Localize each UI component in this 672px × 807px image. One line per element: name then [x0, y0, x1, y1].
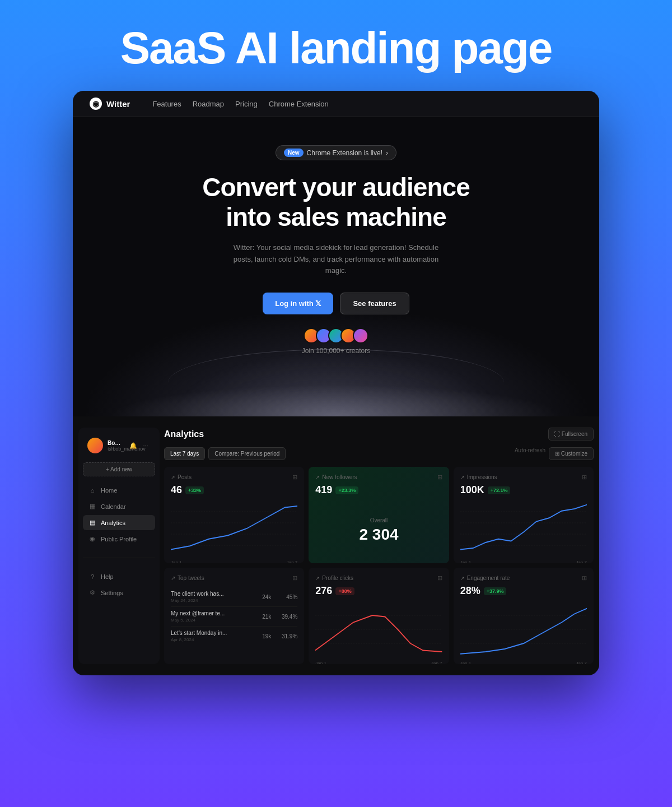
posts-x-label-end: Jan 7 [287, 560, 298, 563]
features-button[interactable]: See features [340, 293, 409, 314]
analytics-icon: ▤ [88, 519, 96, 526]
dashboard-section: Bobur Mavlonov @bob_mavlonov 🔔 ··· + Add… [73, 416, 599, 675]
auto-refresh-label: Auto-refresh [515, 447, 545, 460]
main-card: Witter Features Roadmap Pricing Chrome E… [73, 91, 599, 675]
analytics-bottom-grid: ↗ Top tweets ⊞ The client work has... Ma… [164, 568, 594, 664]
hero-subtitle: Witter: Your social media sidekick for l… [224, 242, 448, 277]
sidebar-item-calendar[interactable]: ▦ Calendar [83, 499, 155, 514]
posts-value: 46 +33% [171, 484, 297, 496]
fullscreen-button[interactable]: ⛶ Fullscreen [548, 428, 594, 440]
engagement-rate-icon: ↗ [460, 576, 465, 581]
sidebar: Bobur Mavlonov @bob_mavlonov 🔔 ··· + Add… [78, 428, 160, 664]
profile-actions: 🔔 ··· [128, 440, 151, 451]
impressions-card: ↗ Impressions ⊞ 100K +72.1% [454, 467, 594, 563]
profile-clicks-x-start: Jan 1 [315, 661, 326, 664]
help-icon: ? [88, 573, 96, 580]
top-tweets-label: ↗ Top tweets [171, 575, 204, 581]
engagement-rate-chart: Jan 1 Jan 7 [460, 601, 587, 657]
customize-button[interactable]: ⊞ Customize [549, 447, 594, 460]
sidebar-item-help[interactable]: ? Help [83, 569, 155, 584]
overall-value: 2 304 [315, 526, 442, 544]
more-icon[interactable]: ··· [141, 440, 151, 451]
impressions-x-label-start: Jan 1 [460, 560, 472, 563]
overall-label: Overall [315, 517, 442, 523]
page-header: SaaS AI landing page [0, 0, 672, 91]
add-new-button[interactable]: + Add new [83, 462, 155, 476]
impressions-value: 100K +72.1% [460, 484, 587, 496]
settings-icon: ⚙ [88, 589, 96, 596]
profile-clicks-value: 276 +80% [315, 585, 442, 597]
nav-chrome[interactable]: Chrome Extension [269, 100, 329, 108]
sidebar-label-home: Home [101, 487, 117, 494]
tweet-info-3: Let's start Monday in... Apr 8, 2024 [171, 630, 262, 642]
engagement-rate-value: 28% +37.9% [460, 585, 587, 597]
profile-clicks-label: ↗ Profile clicks [315, 575, 353, 581]
sidebar-label-settings: Settings [101, 590, 123, 596]
sidebar-item-analytics[interactable]: ▤ Analytics [83, 515, 155, 530]
filter-row: Last 7 days Compare: Previous period Aut… [164, 447, 594, 460]
tweet-date-3: Apr 8, 2024 [171, 637, 262, 642]
followers-chart-icon: ↗ [315, 475, 320, 480]
sidebar-label-profile: Public Profile [101, 536, 137, 542]
profile-clicks-chart: Jan 1 Jan 7 [315, 601, 442, 657]
hero-section: New Chrome Extension is live! › Convert … [73, 117, 599, 416]
engagement-rate-card: ↗ Engagement rate ⊞ 28% +37.9% [454, 568, 594, 664]
posts-x-label-start: Jan 1 [171, 560, 182, 563]
tweet-row-2: My next @framer te... May 5, 2024 21k 39… [171, 607, 297, 627]
profile-clicks-x-end: Jan 7 [431, 661, 442, 664]
notification-icon[interactable]: 🔔 [128, 440, 138, 451]
tweet-stats-1: 24k 45% [262, 594, 297, 600]
followers-label: ↗ New followers [315, 474, 357, 480]
hero-headline: Convert your audience into sales machine [106, 173, 566, 232]
tweet-pct-1: 45% [278, 594, 297, 600]
top-tweets-icon: ↗ [171, 575, 175, 581]
sidebar-item-profile[interactable]: ◉ Public Profile [83, 531, 155, 546]
tweet-row-1: The client work has... May 24, 2024 24k … [171, 587, 297, 607]
impressions-badge: +72.1% [488, 486, 511, 494]
sidebar-label-analytics: Analytics [101, 520, 125, 526]
badge-text: Chrome Extension is live! [307, 149, 382, 157]
nav-roadmap[interactable]: Roadmap [193, 100, 224, 108]
sidebar-profile: Bobur Mavlonov @bob_mavlonov 🔔 ··· [83, 434, 155, 457]
followers-overall: Overall 2 304 [315, 500, 442, 549]
profile-clicks-icon: ↗ [315, 576, 320, 581]
top-tweets-export-icon[interactable]: ⊞ [292, 574, 297, 582]
sidebar-item-home[interactable]: ⌂ Home [83, 483, 155, 498]
profile-clicks-export-icon[interactable]: ⊞ [437, 574, 442, 582]
avatar-row [304, 328, 368, 344]
tweet-date-2: May 5, 2024 [171, 618, 262, 623]
posts-card: ↗ Posts ⊞ 46 +33% [164, 467, 304, 563]
posts-badge: +33% [185, 486, 204, 494]
period-filter-button[interactable]: Last 7 days [164, 447, 205, 460]
hero-line1: Convert your audience [202, 173, 469, 202]
nav-pricing[interactable]: Pricing [235, 100, 258, 108]
impressions-chart: Jan 1 Jan 7 [460, 500, 587, 556]
badge-arrow-icon: › [386, 149, 388, 157]
engagement-rate-export-icon[interactable]: ⊞ [582, 574, 587, 582]
hero-buttons: Log in with 𝕏 See features [106, 293, 566, 314]
login-button[interactable]: Log in with 𝕏 [263, 293, 333, 314]
profile-icon: ◉ [88, 535, 96, 542]
hero-line2: into sales machine [226, 202, 446, 231]
top-tweets-card: ↗ Top tweets ⊞ The client work has... Ma… [164, 568, 304, 664]
compare-filter-button[interactable]: Compare: Previous period [208, 447, 286, 460]
sidebar-item-settings[interactable]: ⚙ Settings [83, 585, 155, 600]
filter-left: Last 7 days Compare: Previous period [164, 447, 286, 460]
logo-icon [90, 98, 102, 110]
tweet-text-1: The client work has... [171, 591, 262, 597]
tweet-stat1-3: 19k [262, 633, 271, 639]
app-nav: Witter Features Roadmap Pricing Chrome E… [73, 91, 599, 117]
impressions-export-icon[interactable]: ⊞ [582, 474, 587, 481]
filter-right: Auto-refresh ⊞ Customize [515, 447, 594, 460]
posts-export-icon[interactable]: ⊞ [292, 474, 297, 481]
announcement-badge[interactable]: New Chrome Extension is live! › [276, 145, 396, 160]
engagement-rate-badge: +37.9% [484, 587, 507, 595]
analytics-header: Analytics ⛶ Fullscreen [164, 428, 594, 440]
engagement-x-end: Jan 7 [576, 661, 587, 664]
engagement-x-start: Jan 1 [460, 661, 472, 664]
nav-features[interactable]: Features [152, 100, 181, 108]
profile-clicks-badge: +80% [335, 587, 354, 595]
followers-export-icon[interactable]: ⊞ [437, 474, 442, 481]
tweet-pct-2: 39.4% [278, 614, 297, 620]
tweet-date-1: May 24, 2024 [171, 598, 262, 603]
